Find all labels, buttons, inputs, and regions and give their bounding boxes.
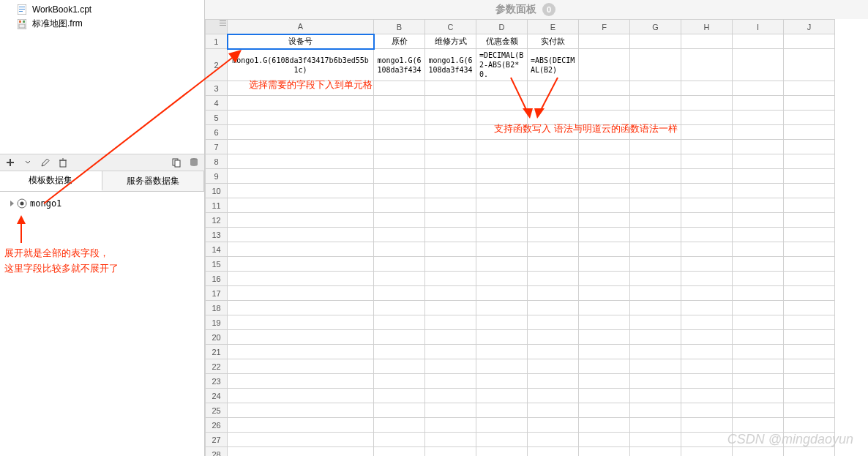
cell-I22[interactable] bbox=[733, 359, 784, 374]
cell-J18[interactable] bbox=[784, 301, 835, 315]
cell-C22[interactable] bbox=[425, 359, 476, 374]
cell-J15[interactable] bbox=[784, 257, 835, 272]
row-header-22[interactable]: 22 bbox=[206, 359, 228, 374]
cell-I3[interactable] bbox=[733, 81, 784, 96]
cell-H22[interactable] bbox=[681, 359, 733, 374]
cell-J19[interactable] bbox=[784, 315, 835, 330]
cell-A24[interactable] bbox=[228, 389, 374, 403]
cell-B9[interactable] bbox=[374, 169, 425, 184]
cell-B14[interactable] bbox=[374, 242, 425, 257]
cell-E22[interactable] bbox=[528, 359, 579, 374]
cell-B11[interactable] bbox=[374, 198, 425, 213]
cell-C3[interactable] bbox=[425, 81, 476, 96]
cell-J20[interactable] bbox=[784, 330, 835, 345]
row-header-8[interactable]: 8 bbox=[206, 154, 228, 169]
cell-J11[interactable] bbox=[784, 198, 835, 213]
cell-J5[interactable] bbox=[784, 111, 835, 125]
cell-J24[interactable] bbox=[784, 389, 835, 403]
cell-G23[interactable] bbox=[630, 374, 681, 389]
cell-A4[interactable] bbox=[228, 96, 374, 111]
cell-D10[interactable] bbox=[476, 184, 528, 198]
cell-D11[interactable] bbox=[476, 198, 528, 213]
cell-F24[interactable] bbox=[579, 389, 630, 403]
cell-J22[interactable] bbox=[784, 359, 835, 374]
row-header-23[interactable]: 23 bbox=[206, 374, 228, 389]
cell-C27[interactable] bbox=[425, 433, 476, 447]
cell-B4[interactable] bbox=[374, 96, 425, 111]
cell-I6[interactable] bbox=[733, 125, 784, 140]
cell-C20[interactable] bbox=[425, 330, 476, 345]
database-icon[interactable] bbox=[187, 155, 201, 170]
cell-B13[interactable] bbox=[374, 228, 425, 242]
cell-B12[interactable] bbox=[374, 213, 425, 228]
cell-I20[interactable] bbox=[733, 330, 784, 345]
cell-D25[interactable] bbox=[476, 403, 528, 418]
cell-H12[interactable] bbox=[681, 213, 733, 228]
dataset-item-mongo1[interactable]: mongo1 bbox=[0, 196, 204, 211]
row-header-18[interactable]: 18 bbox=[206, 301, 228, 315]
cell-C2[interactable]: mongo1.G(6108da3f434 bbox=[425, 49, 476, 81]
cell-B7[interactable] bbox=[374, 140, 425, 154]
cell-E4[interactable] bbox=[528, 96, 579, 111]
cell-C9[interactable] bbox=[425, 169, 476, 184]
cell-A6[interactable] bbox=[228, 125, 374, 140]
cell-A8[interactable] bbox=[228, 154, 374, 169]
cell-A25[interactable] bbox=[228, 403, 374, 418]
cell-G8[interactable] bbox=[630, 154, 681, 169]
col-header-I[interactable]: I bbox=[733, 20, 784, 34]
cell-A7[interactable] bbox=[228, 140, 374, 154]
cell-A16[interactable] bbox=[228, 272, 374, 286]
cell-I18[interactable] bbox=[733, 301, 784, 315]
cell-H6[interactable] bbox=[681, 125, 733, 140]
row-header-4[interactable]: 4 bbox=[206, 96, 228, 111]
cell-J17[interactable] bbox=[784, 286, 835, 301]
row-header-21[interactable]: 21 bbox=[206, 345, 228, 359]
copy-button[interactable] bbox=[169, 155, 184, 170]
cell-I12[interactable] bbox=[733, 213, 784, 228]
cell-D21[interactable] bbox=[476, 345, 528, 359]
cell-F4[interactable] bbox=[579, 96, 630, 111]
cell-J3[interactable] bbox=[784, 81, 835, 96]
row-header-10[interactable]: 10 bbox=[206, 184, 228, 198]
cell-C17[interactable] bbox=[425, 286, 476, 301]
cell-I10[interactable] bbox=[733, 184, 784, 198]
col-header-B[interactable]: B bbox=[374, 20, 425, 34]
cell-H17[interactable] bbox=[681, 286, 733, 301]
cell-B6[interactable] bbox=[374, 125, 425, 140]
cell-B15[interactable] bbox=[374, 257, 425, 272]
tab-template-ds[interactable]: 模板数据集 bbox=[0, 171, 102, 191]
cell-J8[interactable] bbox=[784, 154, 835, 169]
cell-C19[interactable] bbox=[425, 315, 476, 330]
cell-B5[interactable] bbox=[374, 111, 425, 125]
cell-A17[interactable] bbox=[228, 286, 374, 301]
cell-C18[interactable] bbox=[425, 301, 476, 315]
chevron-down-icon[interactable] bbox=[20, 155, 35, 170]
cell-H21[interactable] bbox=[681, 345, 733, 359]
cell-D3[interactable] bbox=[476, 81, 528, 96]
cell-E8[interactable] bbox=[528, 154, 579, 169]
cell-I17[interactable] bbox=[733, 286, 784, 301]
cell-J13[interactable] bbox=[784, 228, 835, 242]
cell-B27[interactable] bbox=[374, 433, 425, 447]
row-header-27[interactable]: 27 bbox=[206, 433, 228, 447]
col-header-J[interactable]: J bbox=[784, 20, 835, 34]
cell-B26[interactable] bbox=[374, 418, 425, 433]
col-header-E[interactable]: E bbox=[528, 20, 579, 34]
cell-G4[interactable] bbox=[630, 96, 681, 111]
cell-J7[interactable] bbox=[784, 140, 835, 154]
cell-B2[interactable]: mongo1.G(6108da3f434 bbox=[374, 49, 425, 81]
cell-C1[interactable]: 维修方式 bbox=[425, 34, 476, 49]
cell-I9[interactable] bbox=[733, 169, 784, 184]
cell-I25[interactable] bbox=[733, 403, 784, 418]
cell-G24[interactable] bbox=[630, 389, 681, 403]
cell-F1[interactable] bbox=[579, 34, 630, 49]
cell-F2[interactable] bbox=[579, 49, 630, 81]
cell-B22[interactable] bbox=[374, 359, 425, 374]
cell-G21[interactable] bbox=[630, 345, 681, 359]
col-header-A[interactable]: A bbox=[228, 20, 374, 34]
cell-H2[interactable] bbox=[681, 49, 733, 81]
cell-A20[interactable] bbox=[228, 330, 374, 345]
cell-H1[interactable] bbox=[681, 34, 733, 49]
cell-F26[interactable] bbox=[579, 418, 630, 433]
cell-D28[interactable] bbox=[476, 447, 528, 457]
